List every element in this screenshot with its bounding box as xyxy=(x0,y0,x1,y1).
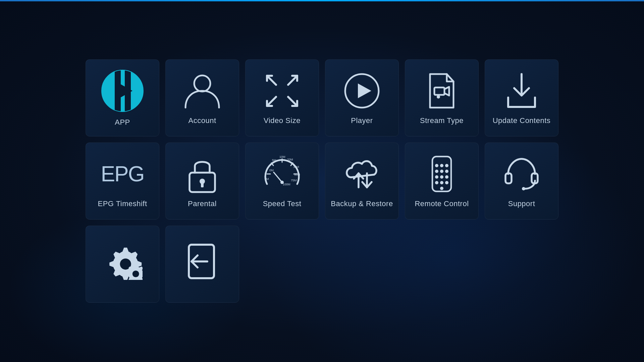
tile-epg-timeshift[interactable]: EPG EPG Timeshift xyxy=(86,142,159,220)
svg-text:50M: 50M xyxy=(294,173,300,176)
tile-settings[interactable] xyxy=(86,226,159,303)
tile-player-label: Player xyxy=(351,116,373,125)
stream-type-icon xyxy=(422,71,462,111)
svg-point-42 xyxy=(440,170,443,173)
remote-control-icon xyxy=(422,154,462,194)
epg-timeshift-icon: EPG xyxy=(102,154,143,194)
svg-point-34 xyxy=(280,181,284,184)
tile-support-label: Support xyxy=(508,199,535,208)
logout-icon xyxy=(182,241,222,282)
svg-point-50 xyxy=(440,187,443,190)
tile-parental-label: Parental xyxy=(188,199,217,208)
tile-stream-type[interactable]: Stream Type xyxy=(405,59,479,136)
tile-update-contents[interactable]: Update Contents xyxy=(485,59,558,136)
svg-text:10M: 10M xyxy=(279,155,285,159)
settings-grid: APP Account xyxy=(86,59,558,303)
tile-logout[interactable] xyxy=(165,226,239,303)
svg-line-7 xyxy=(267,76,276,85)
tile-backup-restore-label: Backup & Restore xyxy=(331,199,393,208)
svg-rect-13 xyxy=(434,87,444,95)
support-icon xyxy=(501,154,542,194)
svg-line-8 xyxy=(288,76,297,85)
video-size-icon xyxy=(262,71,302,111)
svg-point-14 xyxy=(437,95,440,99)
svg-point-38 xyxy=(435,164,438,167)
svg-text:0M: 0M xyxy=(269,169,274,172)
tile-epg-timeshift-label: EPG Timeshift xyxy=(98,199,147,208)
svg-point-39 xyxy=(440,164,443,167)
svg-text:20M: 20M xyxy=(287,158,293,161)
backup-restore-icon xyxy=(342,154,382,194)
update-contents-icon xyxy=(501,71,542,111)
tile-stream-type-label: Stream Type xyxy=(420,116,464,125)
svg-point-44 xyxy=(435,175,438,179)
tile-remote-control[interactable]: Remote Control xyxy=(405,142,479,220)
svg-line-9 xyxy=(267,97,276,106)
svg-point-41 xyxy=(435,170,438,173)
app-icon xyxy=(101,69,144,113)
tile-app[interactable]: APP xyxy=(86,59,159,136)
tile-speed-test-label: Speed Test xyxy=(263,199,302,208)
tile-update-contents-label: Update Contents xyxy=(493,116,551,125)
svg-point-46 xyxy=(445,175,448,179)
settings-icon xyxy=(102,241,143,282)
svg-rect-18 xyxy=(201,183,204,187)
svg-point-47 xyxy=(435,181,438,184)
svg-text:100M: 100M xyxy=(283,183,290,186)
svg-marker-12 xyxy=(358,83,371,98)
tile-app-label: APP xyxy=(115,118,130,127)
svg-point-48 xyxy=(440,181,443,184)
svg-line-33 xyxy=(274,172,282,182)
tile-account[interactable]: Account xyxy=(165,59,239,136)
tile-parental[interactable]: Parental xyxy=(165,142,239,220)
tile-video-size[interactable]: Video Size xyxy=(245,59,319,136)
svg-point-53 xyxy=(522,187,525,190)
svg-line-10 xyxy=(288,97,297,106)
tile-account-label: Account xyxy=(189,116,216,125)
speed-test-icon: 0M 1M 5M 10M 20M 30M 50M 75M 100M xyxy=(262,154,302,194)
parental-icon xyxy=(182,154,222,194)
svg-text:75M: 75M xyxy=(291,179,297,182)
tile-player[interactable]: Player xyxy=(325,59,399,136)
tile-support[interactable]: Support xyxy=(485,142,558,220)
svg-point-45 xyxy=(440,175,443,179)
svg-rect-37 xyxy=(432,157,451,191)
svg-point-55 xyxy=(132,270,139,277)
svg-point-43 xyxy=(445,170,448,173)
tile-speed-test[interactable]: 0M 1M 5M 10M 20M 30M 50M 75M 100M Speed … xyxy=(245,142,319,220)
svg-point-40 xyxy=(445,164,448,167)
tile-video-size-label: Video Size xyxy=(264,116,301,125)
tile-backup-restore[interactable]: Backup & Restore xyxy=(325,142,399,220)
player-icon xyxy=(342,71,382,111)
svg-text:5M: 5M xyxy=(272,159,276,162)
tile-remote-control-label: Remote Control xyxy=(415,199,469,208)
svg-text:30M: 30M xyxy=(293,165,299,169)
svg-text:1M: 1M xyxy=(265,177,269,181)
svg-point-6 xyxy=(194,75,210,92)
svg-point-49 xyxy=(445,181,448,184)
account-icon xyxy=(182,71,222,111)
